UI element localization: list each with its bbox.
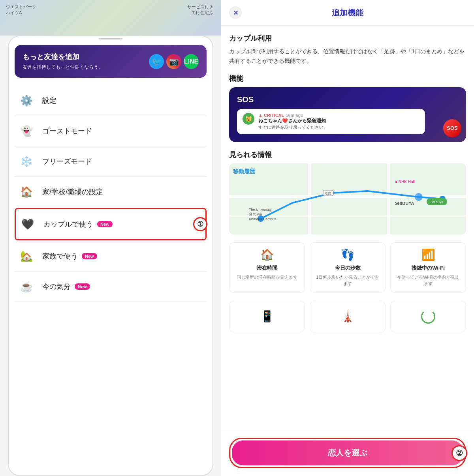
phone-notch xyxy=(9,36,213,41)
menu-item-couple[interactable]: 🖤 カップルで使う New ① xyxy=(15,208,207,240)
menu-list: ⚙️ 設定 👻 ゴーストモード ❄️ フリーズモード 🏠 家/学校/職場の設定 … xyxy=(9,82,213,475)
svg-rect-3 xyxy=(387,163,390,234)
wifi-icon: 📶 xyxy=(395,248,461,261)
twitter-icon[interactable]: 🐦 xyxy=(149,54,164,69)
info-cards-row2: 📱 🗼 xyxy=(229,301,466,332)
freeze-mode-label: フリーズモード xyxy=(42,157,92,166)
invite-banner[interactable]: もっと友達を追加 友達を招待してもっと仲良くなろう。 🐦 📷 LINE xyxy=(15,45,207,78)
map-background: サービス付き 向け住宅ふ ウエストパーク ハイツA xyxy=(0,0,221,36)
right-header: ✕ 追加機能 xyxy=(221,0,474,26)
select-partner-button[interactable]: 恋人を選ぶ xyxy=(232,440,463,465)
mood-new-badge: New xyxy=(75,283,90,290)
couple-new-badge: New xyxy=(97,221,113,227)
close-button[interactable]: ✕ xyxy=(229,6,242,19)
tower-card: 🗼 xyxy=(310,301,386,332)
ghost-mode-label: ゴーストモード xyxy=(42,126,92,136)
svg-point-6 xyxy=(415,193,423,201)
locations-label: 家/学校/職場の設定 xyxy=(42,187,103,197)
right-panel-title: 追加機能 xyxy=(242,7,453,18)
circle-label-2: ② xyxy=(451,445,467,461)
wifi-card: 📶 接続中のWi-Fi 今使っているWi-Fiの名前が見えます xyxy=(390,242,466,293)
feature-section-title: 機能 xyxy=(229,74,466,83)
svg-text:移動履歴: 移動履歴 xyxy=(233,168,256,174)
settings-icon: ⚙️ xyxy=(19,93,34,109)
notif-subtext: すぐに連絡を取り戻ってください。 xyxy=(258,124,419,130)
map-overlay-text: サービス付き 向け住宅ふ xyxy=(187,4,213,16)
svg-text:● NHK Hall: ● NHK Hall xyxy=(395,180,415,184)
svg-text:Shibuya: Shibuya xyxy=(431,200,444,204)
family-label: 家族で使う xyxy=(42,251,78,261)
banner-social-icons: 🐦 📷 LINE xyxy=(149,54,199,69)
sos-feature-box: SOS 😺 ▲ CRITICAL 16m ago ねこちゃん❤️さんから緊急通知… xyxy=(229,87,466,142)
phone-icon: 📱 xyxy=(260,310,274,323)
menu-item-family[interactable]: 🏡 家族で使う New xyxy=(15,241,207,272)
menu-item-freeze-mode[interactable]: ❄️ フリーズモード xyxy=(15,146,207,177)
tower-icon: 🗼 xyxy=(341,310,355,323)
couple-section-desc: カップル間で利用することができる、位置情報だけではなく「足跡」や「1日のまとめ」… xyxy=(229,47,466,66)
sos-notification-card: 😺 ▲ CRITICAL 16m ago ねこちゃん❤️さんから緊急通知 すぐに… xyxy=(237,109,425,134)
banner-subtitle: 友達を招待してもっと仲良くなろう。 xyxy=(23,64,103,71)
phone-card: 📱 xyxy=(229,301,305,332)
couple-label: カップルで使う xyxy=(43,219,93,229)
notif-avatar: 😺 xyxy=(243,113,254,125)
sos-label: SOS xyxy=(237,95,458,104)
family-new-badge: New xyxy=(82,253,97,259)
menu-item-ghost-mode[interactable]: 👻 ゴーストモード xyxy=(15,116,207,146)
steps-title: 今日の歩数 xyxy=(315,264,380,272)
partner-button-border: 恋人を選ぶ ② xyxy=(229,438,466,468)
refresh-card xyxy=(390,301,466,332)
ghost-icon: 👻 xyxy=(19,123,34,139)
steps-icon: 👣 xyxy=(315,248,380,261)
wifi-desc: 今使っているWi-Fiの名前が見えます xyxy=(395,274,461,287)
visible-info-title: 見られる情報 xyxy=(229,150,466,159)
line-icon[interactable]: LINE xyxy=(184,54,199,69)
circle-label-1: ① xyxy=(193,217,207,231)
steps-card: 👣 今日の歩数 1日何歩歩いたか見ることができます xyxy=(310,242,386,293)
family-icon: 🏡 xyxy=(19,248,34,264)
notif-critical-label: ▲ CRITICAL 16m ago xyxy=(258,113,419,118)
sos-circle-button[interactable]: SOS xyxy=(443,119,461,137)
banner-title: もっと友達を追加 xyxy=(23,52,103,62)
stay-time-icon: 🏠 xyxy=(234,248,300,261)
svg-text:of Tokyo: of Tokyo xyxy=(249,212,262,216)
mood-label: 今の気分 xyxy=(42,282,71,291)
menu-item-locations[interactable]: 🏠 家/学校/職場の設定 xyxy=(15,177,207,207)
mood-icon: ☕ xyxy=(19,279,34,294)
home-icon: 🏠 xyxy=(19,184,34,200)
stay-time-card: 🏠 滞在時間 同じ場所の滞在時間が見えます xyxy=(229,242,305,293)
svg-text:The University: The University xyxy=(249,208,272,212)
footer-button-area: 恋人を選ぶ ② xyxy=(221,432,474,476)
svg-text:SHIBUYA: SHIBUYA xyxy=(395,201,414,206)
steps-desc: 1日何歩歩いたか見ることができます xyxy=(315,274,380,287)
phone-frame: もっと友達を追加 友達を招待してもっと仲良くなろう。 🐦 📷 LINE ⚙️ 設… xyxy=(8,36,213,476)
stay-time-title: 滞在時間 xyxy=(234,264,300,272)
settings-label: 設定 xyxy=(42,96,56,105)
heart-icon: 🖤 xyxy=(20,216,36,232)
notch-bar xyxy=(99,38,122,39)
svg-text:815: 815 xyxy=(325,191,331,195)
menu-item-settings[interactable]: ⚙️ 設定 xyxy=(15,86,207,116)
stay-time-desc: 同じ場所の滞在時間が見えます xyxy=(234,274,300,281)
info-cards-row1: 🏠 滞在時間 同じ場所の滞在時間が見えます 👣 今日の歩数 1日何歩歩いたか見る… xyxy=(229,242,466,293)
menu-item-mood[interactable]: ☕ 今の気分 New xyxy=(15,272,207,302)
left-panel: サービス付き 向け住宅ふ ウエストパーク ハイツA もっと友達を追加 友達を招待… xyxy=(0,0,221,476)
map-preview: 移動履歴 ● NHK Hall SHIBUYA The University o… xyxy=(229,163,466,234)
notif-text: ねこちゃん❤️さんから緊急通知 xyxy=(258,118,419,124)
instagram-icon[interactable]: 📷 xyxy=(166,54,181,69)
svg-text:Komaba Campus: Komaba Campus xyxy=(249,217,276,221)
wifi-title: 接続中のWi-Fi xyxy=(395,264,461,272)
freeze-icon: ❄️ xyxy=(19,154,34,169)
loading-icon xyxy=(421,309,435,324)
map-section: 見られる情報 移動履歴 xyxy=(229,150,466,234)
couple-section-title: カップル利用 xyxy=(229,34,466,43)
right-content: カップル利用 カップル間で利用することができる、位置情報だけではなく「足跡」や「… xyxy=(221,26,474,476)
right-panel: ✕ 追加機能 カップル利用 カップル間で利用することができる、位置情報だけではな… xyxy=(221,0,474,476)
